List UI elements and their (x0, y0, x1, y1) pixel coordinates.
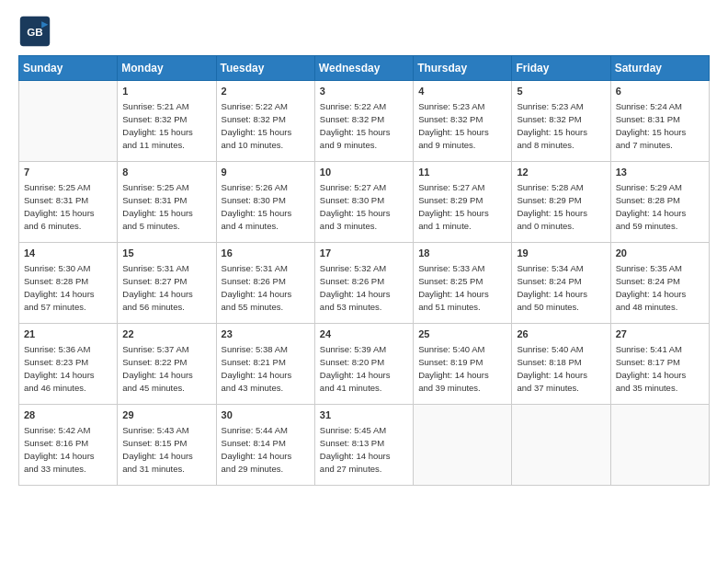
weekday-header-friday: Friday (512, 56, 610, 81)
calendar-cell: 7Sunrise: 5:25 AM Sunset: 8:31 PM Daylig… (19, 162, 118, 243)
day-number: 2 (222, 85, 310, 98)
cell-content: Sunrise: 5:29 AM Sunset: 8:28 PM Dayligh… (616, 181, 704, 232)
week-row-5: 28Sunrise: 5:42 AM Sunset: 8:16 PM Dayli… (19, 405, 710, 486)
cell-content: Sunrise: 5:21 AM Sunset: 8:32 PM Dayligh… (122, 100, 210, 151)
day-number: 24 (320, 327, 408, 341)
logo: GB (18, 15, 55, 48)
cell-content: Sunrise: 5:39 AM Sunset: 8:20 PM Dayligh… (320, 343, 408, 394)
calendar-cell: 8Sunrise: 5:25 AM Sunset: 8:31 PM Daylig… (118, 162, 216, 243)
calendar-header: GB (18, 15, 710, 48)
week-row-1: 1Sunrise: 5:21 AM Sunset: 8:32 PM Daylig… (19, 81, 710, 162)
day-number: 31 (320, 408, 408, 422)
day-number: 30 (222, 408, 310, 422)
cell-content: Sunrise: 5:30 AM Sunset: 8:28 PM Dayligh… (24, 262, 112, 313)
day-number: 11 (418, 166, 506, 179)
cell-content: Sunrise: 5:22 AM Sunset: 8:32 PM Dayligh… (320, 100, 408, 151)
cell-content: Sunrise: 5:41 AM Sunset: 8:17 PM Dayligh… (616, 343, 704, 394)
calendar-cell: 29Sunrise: 5:43 AM Sunset: 8:15 PM Dayli… (118, 405, 216, 486)
calendar-cell: 15Sunrise: 5:31 AM Sunset: 8:27 PM Dayli… (118, 243, 216, 324)
cell-content: Sunrise: 5:40 AM Sunset: 8:18 PM Dayligh… (517, 343, 605, 394)
calendar-cell: 19Sunrise: 5:34 AM Sunset: 8:24 PM Dayli… (512, 243, 610, 324)
cell-content: Sunrise: 5:25 AM Sunset: 8:31 PM Dayligh… (24, 181, 112, 232)
calendar-cell: 21Sunrise: 5:36 AM Sunset: 8:23 PM Dayli… (19, 324, 118, 405)
week-row-4: 21Sunrise: 5:36 AM Sunset: 8:23 PM Dayli… (19, 324, 710, 405)
day-number: 8 (122, 166, 210, 179)
day-number: 18 (418, 247, 506, 260)
calendar-cell: 12Sunrise: 5:28 AM Sunset: 8:29 PM Dayli… (512, 162, 610, 243)
weekday-header-sunday: Sunday (19, 56, 118, 81)
cell-content: Sunrise: 5:32 AM Sunset: 8:26 PM Dayligh… (320, 262, 408, 313)
day-number: 22 (122, 327, 210, 341)
weekday-header-monday: Monday (118, 56, 216, 81)
calendar-cell (512, 405, 610, 486)
day-number: 27 (616, 327, 704, 341)
cell-content: Sunrise: 5:31 AM Sunset: 8:27 PM Dayligh… (122, 262, 210, 313)
week-row-2: 7Sunrise: 5:25 AM Sunset: 8:31 PM Daylig… (19, 162, 710, 243)
cell-content: Sunrise: 5:25 AM Sunset: 8:31 PM Dayligh… (122, 181, 210, 232)
cell-content: Sunrise: 5:27 AM Sunset: 8:30 PM Dayligh… (320, 181, 408, 232)
calendar-cell: 17Sunrise: 5:32 AM Sunset: 8:26 PM Dayli… (314, 243, 413, 324)
calendar-cell: 1Sunrise: 5:21 AM Sunset: 8:32 PM Daylig… (118, 81, 216, 162)
calendar-cell: 27Sunrise: 5:41 AM Sunset: 8:17 PM Dayli… (610, 324, 709, 405)
cell-content: Sunrise: 5:35 AM Sunset: 8:24 PM Dayligh… (616, 262, 704, 313)
cell-content: Sunrise: 5:23 AM Sunset: 8:32 PM Dayligh… (517, 100, 605, 151)
calendar-cell (610, 405, 709, 486)
calendar-cell: 30Sunrise: 5:44 AM Sunset: 8:14 PM Dayli… (216, 405, 314, 486)
cell-content: Sunrise: 5:37 AM Sunset: 8:22 PM Dayligh… (122, 343, 210, 394)
day-number: 16 (222, 247, 310, 260)
calendar-cell: 25Sunrise: 5:40 AM Sunset: 8:19 PM Dayli… (414, 324, 512, 405)
day-number: 23 (222, 327, 310, 341)
calendar-cell: 22Sunrise: 5:37 AM Sunset: 8:22 PM Dayli… (118, 324, 216, 405)
calendar-cell: 10Sunrise: 5:27 AM Sunset: 8:30 PM Dayli… (314, 162, 413, 243)
week-row-3: 14Sunrise: 5:30 AM Sunset: 8:28 PM Dayli… (19, 243, 710, 324)
weekday-header-tuesday: Tuesday (216, 56, 314, 81)
cell-content: Sunrise: 5:43 AM Sunset: 8:15 PM Dayligh… (122, 424, 210, 475)
calendar-cell: 5Sunrise: 5:23 AM Sunset: 8:32 PM Daylig… (512, 81, 610, 162)
calendar-cell: 3Sunrise: 5:22 AM Sunset: 8:32 PM Daylig… (314, 81, 413, 162)
cell-content: Sunrise: 5:44 AM Sunset: 8:14 PM Dayligh… (222, 424, 310, 475)
calendar-cell: 2Sunrise: 5:22 AM Sunset: 8:32 PM Daylig… (216, 81, 314, 162)
calendar-cell: 26Sunrise: 5:40 AM Sunset: 8:18 PM Dayli… (512, 324, 610, 405)
calendar-cell: 24Sunrise: 5:39 AM Sunset: 8:20 PM Dayli… (314, 324, 413, 405)
cell-content: Sunrise: 5:22 AM Sunset: 8:32 PM Dayligh… (222, 100, 310, 151)
day-number: 13 (616, 166, 704, 179)
cell-content: Sunrise: 5:24 AM Sunset: 8:31 PM Dayligh… (616, 100, 704, 151)
day-number: 19 (517, 247, 605, 260)
day-number: 29 (122, 408, 210, 422)
calendar-cell: 20Sunrise: 5:35 AM Sunset: 8:24 PM Dayli… (610, 243, 709, 324)
svg-text:GB: GB (27, 26, 43, 38)
calendar-cell: 23Sunrise: 5:38 AM Sunset: 8:21 PM Dayli… (216, 324, 314, 405)
calendar-cell: 6Sunrise: 5:24 AM Sunset: 8:31 PM Daylig… (610, 81, 709, 162)
day-number: 6 (616, 85, 704, 98)
cell-content: Sunrise: 5:33 AM Sunset: 8:25 PM Dayligh… (418, 262, 506, 313)
calendar-cell: 11Sunrise: 5:27 AM Sunset: 8:29 PM Dayli… (414, 162, 512, 243)
calendar-cell: 4Sunrise: 5:23 AM Sunset: 8:32 PM Daylig… (414, 81, 512, 162)
weekday-header-row: SundayMondayTuesdayWednesdayThursdayFrid… (19, 56, 710, 81)
day-number: 25 (418, 327, 506, 341)
day-number: 21 (24, 327, 112, 341)
day-number: 14 (24, 247, 112, 260)
calendar-cell: 13Sunrise: 5:29 AM Sunset: 8:28 PM Dayli… (610, 162, 709, 243)
day-number: 9 (222, 166, 310, 179)
calendar-cell: 28Sunrise: 5:42 AM Sunset: 8:16 PM Dayli… (19, 405, 118, 486)
cell-content: Sunrise: 5:42 AM Sunset: 8:16 PM Dayligh… (24, 424, 112, 475)
calendar-cell: 16Sunrise: 5:31 AM Sunset: 8:26 PM Dayli… (216, 243, 314, 324)
day-number: 26 (517, 327, 605, 341)
day-number: 20 (616, 247, 704, 260)
calendar-cell: 9Sunrise: 5:26 AM Sunset: 8:30 PM Daylig… (216, 162, 314, 243)
cell-content: Sunrise: 5:28 AM Sunset: 8:29 PM Dayligh… (517, 181, 605, 232)
calendar-cell (19, 81, 118, 162)
cell-content: Sunrise: 5:40 AM Sunset: 8:19 PM Dayligh… (418, 343, 506, 394)
day-number: 1 (122, 85, 210, 98)
day-number: 7 (24, 166, 112, 179)
cell-content: Sunrise: 5:31 AM Sunset: 8:26 PM Dayligh… (222, 262, 310, 313)
day-number: 28 (24, 408, 112, 422)
cell-content: Sunrise: 5:38 AM Sunset: 8:21 PM Dayligh… (222, 343, 310, 394)
day-number: 15 (122, 247, 210, 260)
logo-icon: GB (18, 15, 51, 48)
calendar-cell: 18Sunrise: 5:33 AM Sunset: 8:25 PM Dayli… (414, 243, 512, 324)
calendar-cell: 31Sunrise: 5:45 AM Sunset: 8:13 PM Dayli… (314, 405, 413, 486)
calendar-table: SundayMondayTuesdayWednesdayThursdayFrid… (18, 55, 710, 486)
day-number: 3 (320, 85, 408, 98)
calendar-cell: 14Sunrise: 5:30 AM Sunset: 8:28 PM Dayli… (19, 243, 118, 324)
